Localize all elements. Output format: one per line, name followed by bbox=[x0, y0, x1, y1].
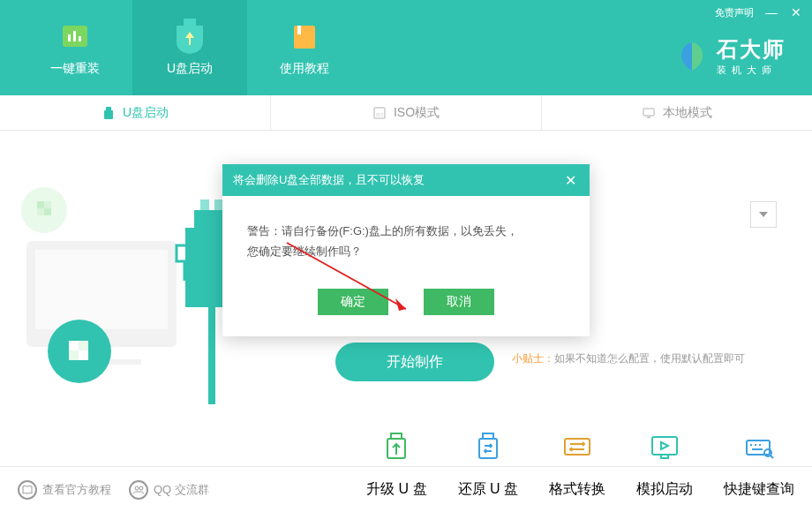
tool-hotkey-query[interactable]: 快捷键查询 bbox=[724, 480, 794, 499]
nav-label: 使用教程 bbox=[280, 61, 329, 77]
modal-warning-line2: 您确定要继续制作吗？ bbox=[247, 241, 565, 261]
svg-rect-15 bbox=[44, 208, 51, 215]
svg-line-49 bbox=[771, 456, 773, 458]
svg-rect-19 bbox=[35, 250, 168, 329]
modal-body: 警告：请自行备份(F:G:)盘上的所有数据，以免丢失， 您确定要继续制作吗？ bbox=[222, 196, 590, 280]
confirm-modal: 将会删除U盘全部数据，且不可以恢复 ✕ 警告：请自行备份(F:G:)盘上的所有数… bbox=[222, 164, 590, 336]
modal-title: 将会删除U盘全部数据，且不可以恢复 bbox=[233, 172, 425, 188]
people-icon bbox=[129, 480, 148, 500]
svg-rect-2 bbox=[73, 31, 76, 41]
svg-rect-26 bbox=[79, 341, 88, 350]
svg-rect-11 bbox=[643, 109, 654, 116]
svg-rect-4 bbox=[184, 19, 196, 26]
svg-rect-7 bbox=[106, 107, 111, 110]
tool-format-convert[interactable]: 格式转换 bbox=[549, 480, 605, 499]
footer-link-label: 查看官方教程 bbox=[42, 482, 111, 498]
dropdown-toggle[interactable] bbox=[750, 201, 777, 228]
footer-link-label: QQ 交流群 bbox=[154, 482, 209, 498]
mode-tab-local[interactable]: 本地模式 bbox=[542, 95, 812, 130]
svg-rect-28 bbox=[200, 200, 209, 210]
upgrade-usb-icon bbox=[380, 432, 412, 463]
bar-chart-icon bbox=[57, 19, 93, 54]
mode-tab-iso[interactable]: ISO ISO模式 bbox=[271, 95, 542, 130]
book-open-icon bbox=[18, 480, 37, 500]
nav-label: 一键重装 bbox=[50, 61, 100, 77]
disclaimer-link[interactable]: 免责声明 bbox=[715, 6, 754, 19]
svg-rect-42 bbox=[661, 455, 668, 458]
svg-point-34 bbox=[135, 486, 139, 490]
tip-label: 小贴士： bbox=[512, 352, 554, 365]
nav-tabs: 一键重装 U盘启动 使用教程 bbox=[0, 0, 362, 95]
restore-usb-icon bbox=[472, 432, 504, 463]
cancel-button[interactable]: 取消 bbox=[424, 289, 494, 315]
tool-label: 还原 U 盘 bbox=[458, 480, 518, 499]
svg-rect-41 bbox=[652, 437, 677, 455]
svg-rect-31 bbox=[208, 307, 215, 404]
svg-rect-8 bbox=[104, 110, 113, 119]
mode-label: 本地模式 bbox=[663, 105, 712, 121]
svg-rect-5 bbox=[294, 26, 315, 49]
convert-icon bbox=[561, 432, 593, 463]
modal-footer: 确定 取消 bbox=[222, 280, 590, 336]
brand-subtitle: 装机大师 bbox=[717, 64, 786, 77]
tool-upgrade-usb[interactable]: 升级 U 盘 bbox=[366, 480, 426, 499]
start-button[interactable]: 开始制作 bbox=[335, 343, 494, 381]
svg-rect-24 bbox=[79, 350, 88, 360]
svg-rect-16 bbox=[37, 208, 44, 215]
chevron-down-icon bbox=[759, 212, 768, 217]
minimize-button[interactable]: — bbox=[764, 5, 778, 19]
svg-rect-3 bbox=[79, 36, 81, 41]
mode-label: U盘启动 bbox=[123, 105, 169, 121]
svg-rect-40 bbox=[565, 439, 590, 455]
nav-tab-reinstall[interactable]: 一键重装 bbox=[18, 0, 132, 95]
usb-icon bbox=[102, 106, 116, 120]
svg-rect-12 bbox=[647, 117, 650, 118]
svg-rect-6 bbox=[297, 26, 301, 34]
mode-label: ISO模式 bbox=[394, 105, 440, 121]
mode-tabs: U盘启动 ISO ISO模式 本地模式 bbox=[0, 95, 812, 131]
svg-point-35 bbox=[139, 486, 143, 490]
tool-label: 升级 U 盘 bbox=[366, 480, 426, 499]
tool-label: 格式转换 bbox=[549, 480, 605, 499]
simulate-icon bbox=[649, 432, 680, 463]
keyboard-search-icon bbox=[743, 432, 775, 463]
iso-icon: ISO bbox=[372, 106, 387, 120]
nav-tab-usb[interactable]: U盘启动 bbox=[132, 0, 247, 95]
header-controls: 免责声明 — ✕ bbox=[715, 5, 803, 19]
tool-label: 模拟启动 bbox=[636, 480, 693, 499]
svg-rect-25 bbox=[69, 350, 79, 360]
brand-title: 石大师 bbox=[717, 35, 786, 64]
brand: 石大师 装机大师 bbox=[676, 35, 786, 77]
svg-rect-1 bbox=[68, 34, 71, 41]
brand-logo-icon bbox=[676, 41, 708, 72]
modal-header: 将会删除U盘全部数据，且不可以恢复 ✕ bbox=[222, 164, 590, 196]
svg-rect-14 bbox=[37, 201, 44, 208]
nav-label: U盘启动 bbox=[167, 61, 213, 77]
modal-close-button[interactable]: ✕ bbox=[561, 171, 579, 189]
qq-group-link[interactable]: QQ 交流群 bbox=[129, 480, 209, 500]
svg-rect-17 bbox=[44, 201, 51, 208]
svg-rect-39 bbox=[479, 439, 497, 458]
confirm-button[interactable]: 确定 bbox=[318, 289, 388, 315]
tool-restore-usb[interactable]: 还原 U 盘 bbox=[458, 480, 518, 499]
book-icon bbox=[287, 19, 322, 54]
svg-rect-43 bbox=[747, 440, 770, 455]
mode-tab-usb[interactable]: U盘启动 bbox=[0, 95, 271, 130]
desktop-icon bbox=[642, 106, 656, 120]
tutorial-link[interactable]: 查看官方教程 bbox=[18, 480, 111, 500]
tool-simulate-boot[interactable]: 模拟启动 bbox=[636, 480, 693, 499]
footer: 查看官方教程 QQ 交流群 升级 U 盘 还原 U 盘 格式转换 模拟启动 bbox=[0, 466, 812, 512]
usb-shield-icon bbox=[172, 19, 207, 54]
modal-warning-line1: 警告：请自行备份(F:G:)盘上的所有数据，以免丢失， bbox=[247, 221, 565, 241]
tip-content: 如果不知道怎么配置，使用默认配置即可 bbox=[554, 352, 745, 365]
svg-text:ISO: ISO bbox=[376, 112, 384, 117]
header: 免责声明 — ✕ 一键重装 U盘启动 使用教程 石大师 装机大师 bbox=[0, 0, 812, 95]
tip-text: 小贴士：如果不知道怎么配置，使用默认配置即可 bbox=[512, 351, 745, 366]
tool-label: 快捷键查询 bbox=[724, 480, 794, 499]
nav-tab-tutorial[interactable]: 使用教程 bbox=[247, 0, 362, 95]
close-button[interactable]: ✕ bbox=[789, 5, 803, 19]
svg-rect-23 bbox=[69, 341, 79, 350]
